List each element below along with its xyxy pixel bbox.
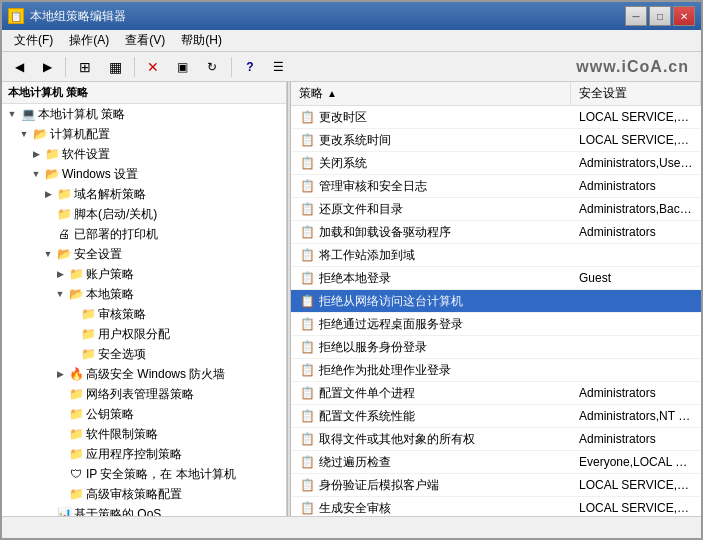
list-cell-security: [571, 346, 701, 348]
main-window: 📋 本地组策略编辑器 ─ □ ✕ 文件(F) 操作(A) 查看(V) 帮助(H)…: [0, 0, 703, 540]
forward-button[interactable]: ▶: [34, 55, 60, 79]
list-row[interactable]: 📋管理审核和安全日志Administrators: [291, 175, 701, 198]
list-row[interactable]: 📋关闭系统Administrators,Users,Ba.: [291, 152, 701, 175]
tree-item-public-key[interactable]: 公钥策略: [2, 404, 286, 424]
toggle-windows-settings[interactable]: ▼: [30, 168, 42, 180]
toggle-account-policy[interactable]: ▶: [54, 268, 66, 280]
list-cell-security: [571, 300, 701, 302]
tree-item-account-policy[interactable]: ▶ 账户策略: [2, 264, 286, 284]
list-cell-security: LOCAL SERVICE,NETWO.: [571, 474, 701, 496]
list-row[interactable]: 📋取得文件或其他对象的所有权Administrators: [291, 428, 701, 451]
help-button[interactable]: ?: [237, 55, 263, 79]
delete-button[interactable]: ✕: [140, 55, 166, 79]
tree-item-dns[interactable]: ▶ 域名解析策略: [2, 184, 286, 204]
toggle-local-policy2[interactable]: ▼: [54, 288, 66, 300]
tree-item-local-policy2[interactable]: ▼ 本地策略: [2, 284, 286, 304]
close-button[interactable]: ✕: [673, 6, 695, 26]
toggle-software-restrict: [54, 428, 66, 440]
refresh-button[interactable]: ↻: [198, 55, 226, 79]
tree-item-software-settings[interactable]: ▶ 软件设置: [2, 144, 286, 164]
tree-item-network-list[interactable]: 网络列表管理器策略: [2, 384, 286, 404]
folder-icon-4: [80, 306, 96, 322]
list-row[interactable]: 📋拒绝从网络访问这台计算机: [291, 290, 701, 313]
minimize-button[interactable]: ─: [625, 6, 647, 26]
export-button[interactable]: ☰: [265, 55, 291, 79]
tree-item-computer-config[interactable]: ▼ 计算机配置: [2, 124, 286, 144]
tree-item-ip-security[interactable]: IP 安全策略，在 本地计算机: [2, 464, 286, 484]
list-row[interactable]: 📋生成安全审核LOCAL SERVICE,NETWO.: [291, 497, 701, 516]
list-header: 策略 ▲ 安全设置: [291, 82, 701, 106]
tree-item-scripts[interactable]: 脚本(启动/关机): [2, 204, 286, 224]
row-policy-icon: 📋: [299, 385, 315, 401]
printer-icon: 🖨: [56, 226, 72, 242]
list-row[interactable]: 📋将工作站添加到域: [291, 244, 701, 267]
title-bar-left: 📋 本地组策略编辑器: [8, 8, 126, 25]
list-cell-policy: 📋拒绝本地登录: [291, 267, 571, 289]
tree-root-label: 本地计算机 策略: [8, 86, 88, 98]
toggle-public-key: [54, 408, 66, 420]
menu-help[interactable]: 帮助(H): [173, 30, 230, 51]
menu-file[interactable]: 文件(F): [6, 30, 61, 51]
list-row[interactable]: 📋更改系统时间LOCAL SERVICE,Admini.: [291, 129, 701, 152]
tree-item-software-restrict[interactable]: 软件限制策略: [2, 424, 286, 444]
label-firewall: 高级安全 Windows 防火墙: [86, 365, 225, 383]
col-security-label: 安全设置: [579, 85, 627, 102]
toolbar-separator-2: [134, 57, 135, 77]
list-row[interactable]: 📋更改时区LOCAL SERVICE,Admini.: [291, 106, 701, 129]
list-cell-security: Administrators: [571, 175, 701, 197]
list-row[interactable]: 📋拒绝作为批处理作业登录: [291, 359, 701, 382]
toggle-scripts: [42, 208, 54, 220]
list-cell-security: [571, 254, 701, 256]
tree-item-local-policy[interactable]: ▼ 本地计算机 策略: [2, 104, 286, 124]
list-cell-security: LOCAL SERVICE,Admini.: [571, 106, 701, 128]
tree-item-qos[interactable]: 基于策略的 QoS: [2, 504, 286, 516]
tree-item-audit[interactable]: 审核策略: [2, 304, 286, 324]
label-software-restrict: 软件限制策略: [86, 425, 158, 443]
col-header-security[interactable]: 安全设置: [571, 82, 701, 105]
list-row[interactable]: 📋拒绝以服务身份登录: [291, 336, 701, 359]
tree-item-advanced-audit[interactable]: 高级审核策略配置: [2, 484, 286, 504]
toggle-security-settings[interactable]: ▼: [42, 248, 54, 260]
back-button[interactable]: ◀: [6, 55, 32, 79]
row-policy-icon: 📋: [299, 339, 315, 355]
list-row[interactable]: 📋绕过遍历检查Everyone,LOCAL SERVIC.: [291, 451, 701, 474]
list-cell-policy: 📋拒绝作为批处理作业登录: [291, 359, 571, 381]
list-row[interactable]: 📋拒绝本地登录Guest: [291, 267, 701, 290]
col-header-policy[interactable]: 策略 ▲: [291, 82, 571, 105]
rename-button[interactable]: ▣: [168, 55, 196, 79]
toggle-dns[interactable]: ▶: [42, 188, 54, 200]
tree-item-firewall[interactable]: ▶ 🔥 高级安全 Windows 防火墙: [2, 364, 286, 384]
list-row[interactable]: 📋身份验证后模拟客户端LOCAL SERVICE,NETWO.: [291, 474, 701, 497]
toggle-firewall[interactable]: ▶: [54, 368, 66, 380]
tree-item-security-options[interactable]: 安全选项: [2, 344, 286, 364]
list-row[interactable]: 📋还原文件和目录Administrators,Backup ..: [291, 198, 701, 221]
list-row[interactable]: 📋拒绝通过远程桌面服务登录: [291, 313, 701, 336]
folder-open-icon-2: [56, 246, 72, 262]
row-policy-text: 关闭系统: [319, 153, 367, 173]
toggle-computer-config[interactable]: ▼: [18, 128, 30, 140]
menu-action[interactable]: 操作(A): [61, 30, 117, 51]
list-cell-security: Guest: [571, 267, 701, 289]
list-row[interactable]: 📋配置文件单个进程Administrators: [291, 382, 701, 405]
list-cell-security: LOCAL SERVICE,Admini.: [571, 129, 701, 151]
show-details-button[interactable]: ▦: [101, 55, 129, 79]
label-network-list: 网络列表管理器策略: [86, 385, 194, 403]
maximize-button[interactable]: □: [649, 6, 671, 26]
tree-item-printer[interactable]: 🖨 已部署的打印机: [2, 224, 286, 244]
row-policy-text: 绕过遍历检查: [319, 452, 391, 472]
show-scope-button[interactable]: ⊞: [71, 55, 99, 79]
menu-view[interactable]: 查看(V): [117, 30, 173, 51]
tree-item-user-rights[interactable]: 用户权限分配: [2, 324, 286, 344]
list-cell-policy: 📋取得文件或其他对象的所有权: [291, 428, 571, 450]
tree-item-app-control[interactable]: 应用程序控制策略: [2, 444, 286, 464]
list-row[interactable]: 📋配置文件系统性能Administrators,NT SERVI.: [291, 405, 701, 428]
tree-item-windows-settings[interactable]: ▼ Windows 设置: [2, 164, 286, 184]
row-policy-text: 将工作站添加到域: [319, 245, 415, 265]
main-content: 本地计算机 策略 ▼ 本地计算机 策略 ▼ 计算机配置 ▶: [2, 82, 701, 516]
toggle-local-policy[interactable]: ▼: [6, 108, 18, 120]
tree-item-security-settings[interactable]: ▼ 安全设置: [2, 244, 286, 264]
toggle-software-settings[interactable]: ▶: [30, 148, 42, 160]
list-cell-security: Administrators: [571, 382, 701, 404]
list-row[interactable]: 📋加载和卸载设备驱动程序Administrators: [291, 221, 701, 244]
toggle-qos: [42, 508, 54, 516]
